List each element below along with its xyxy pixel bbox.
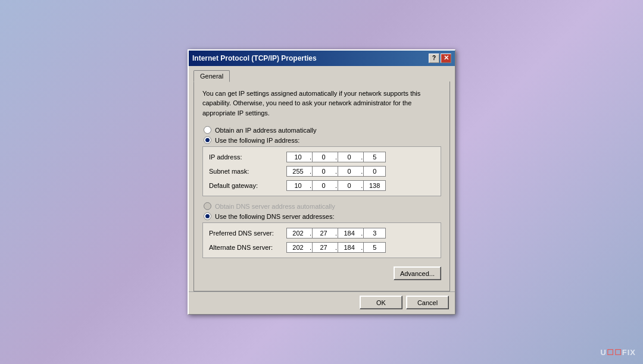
title-bar-buttons: ? ✕ (429, 54, 451, 63)
help-button[interactable]: ? (429, 54, 439, 63)
gateway-octet4[interactable] (363, 180, 386, 191)
subnet-octet4[interactable] (363, 166, 386, 177)
ip-address-field: . . . (286, 152, 386, 162)
subnet-mask-row: Subnet mask: . . . (209, 166, 435, 177)
gateway-row: Default gateway: . . . (209, 180, 435, 191)
alternate-dns-octet4[interactable] (363, 242, 386, 253)
ip-address-row: IP address: . . . (209, 152, 435, 162)
preferred-dns-label: Preferred DNS server: (209, 230, 286, 237)
title-bar: Internet Protocol (TCP/IP) Properties ? … (189, 51, 455, 66)
dialog-window: Internet Protocol (TCP/IP) Properties ? … (188, 49, 455, 315)
advanced-row: Advanced... (202, 264, 441, 284)
gateway-label: Default gateway: (209, 182, 286, 189)
ip-address-label: IP address: (209, 153, 286, 161)
preferred-dns-octet1[interactable] (286, 228, 309, 239)
preferred-dns-octet3[interactable] (338, 228, 360, 239)
ip-address-octet2[interactable] (312, 152, 335, 162)
ip-radio-manual-label: Use the following IP address: (215, 137, 299, 144)
dns-radio-manual[interactable] (204, 212, 211, 220)
ip-radio-manual-row: Use the following IP address: (202, 136, 441, 144)
gateway-octet2[interactable] (312, 180, 335, 191)
ip-radio-manual[interactable] (204, 136, 211, 144)
gateway-octet1[interactable] (286, 180, 309, 191)
alternate-dns-octet1[interactable] (286, 242, 309, 253)
ok-button[interactable]: OK (360, 296, 402, 309)
subnet-mask-field: . . . (286, 166, 386, 177)
ip-fields-section: IP address: . . . Subnet mask: . (202, 146, 441, 196)
preferred-dns-row: Preferred DNS server: . . . (209, 228, 435, 239)
dialog-footer: OK Cancel (189, 291, 455, 314)
dns-radio-auto-label: Obtain DNS server address automatically (215, 203, 335, 210)
cancel-button[interactable]: Cancel (406, 296, 449, 309)
subnet-octet2[interactable] (312, 166, 335, 177)
preferred-dns-octet2[interactable] (312, 228, 335, 239)
dns-radio-manual-label: Use the following DNS server addresses: (215, 213, 335, 220)
ip-radio-auto[interactable] (204, 126, 211, 134)
alternate-dns-label: Alternate DNS server: (209, 244, 286, 251)
alternate-dns-field: . . . (286, 242, 386, 253)
content-area: You can get IP settings assigned automat… (193, 81, 450, 292)
subnet-octet3[interactable] (338, 166, 360, 177)
dns-radio-auto-row: Obtain DNS server address automatically (202, 202, 441, 210)
tab-bar: General (189, 66, 455, 81)
watermark-highlight: ☐☐ (607, 348, 622, 357)
ip-address-octet4[interactable] (363, 152, 386, 162)
tab-general[interactable]: General (193, 70, 230, 82)
alternate-dns-octet3[interactable] (338, 242, 360, 253)
ip-address-octet3[interactable] (338, 152, 360, 162)
dns-radio-manual-row: Use the following DNS server addresses: (202, 212, 441, 220)
alternate-dns-row: Alternate DNS server: . . . (209, 242, 435, 253)
watermark: U☐☐FIX (600, 348, 636, 357)
ip-radio-auto-row: Obtain an IP address automatically (202, 126, 441, 134)
gateway-field: . . . (286, 180, 386, 191)
ip-address-octet1[interactable] (286, 152, 309, 162)
preferred-dns-field: . . . (286, 228, 386, 239)
dns-fields-section: Preferred DNS server: . . . Alternate DN… (202, 222, 441, 258)
description-text: You can get IP settings assigned automat… (202, 89, 441, 118)
ip-radio-auto-label: Obtain an IP address automatically (215, 127, 316, 134)
preferred-dns-octet4[interactable] (363, 228, 386, 239)
subnet-mask-label: Subnet mask: (209, 168, 286, 175)
title-text: Internet Protocol (TCP/IP) Properties (192, 54, 317, 62)
dns-radio-auto[interactable] (204, 202, 211, 210)
advanced-button[interactable]: Advanced... (394, 266, 441, 280)
gateway-octet3[interactable] (338, 180, 360, 191)
close-button[interactable]: ✕ (441, 54, 451, 63)
alternate-dns-octet2[interactable] (312, 242, 335, 253)
subnet-octet1[interactable] (286, 166, 309, 177)
